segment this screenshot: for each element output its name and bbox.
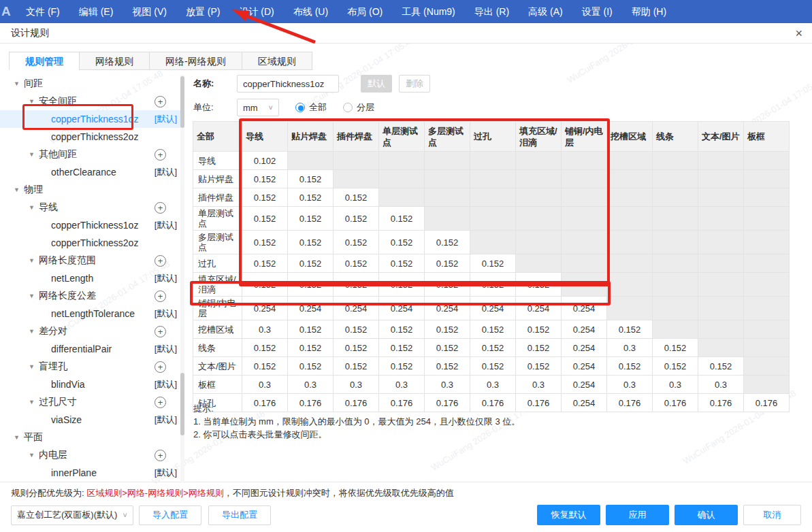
tree-scrollbar-thumb[interactable] bbox=[180, 76, 184, 128]
tree-item-netLengthTolerance[interactable]: netLengthTolerance[默认] bbox=[0, 305, 181, 322]
clearance-cell[interactable]: 0.152 bbox=[379, 339, 425, 357]
column-header-多层测试点[interactable]: 多层测试点 bbox=[425, 122, 470, 152]
chevron-down-icon[interactable]: ▼ bbox=[29, 452, 35, 459]
clearance-cell[interactable]: 0.3 bbox=[379, 376, 425, 394]
process-select[interactable]: 嘉立创工艺(双面板)(默认) ˅ bbox=[11, 505, 133, 525]
clearance-cell[interactable]: 0.152 bbox=[425, 320, 470, 339]
column-header-挖槽区域[interactable]: 挖槽区域 bbox=[607, 122, 653, 152]
clearance-cell[interactable]: 0.3 bbox=[334, 376, 379, 394]
row-header-过孔[interactable]: 过孔 bbox=[193, 254, 242, 273]
add-rule-icon[interactable]: + bbox=[155, 450, 166, 461]
menu-item[interactable]: 帮助 (H) bbox=[622, 0, 676, 23]
tree-item-netLength[interactable]: netLength[默认] bbox=[0, 269, 181, 287]
tree-scrollbar[interactable] bbox=[180, 75, 184, 483]
tree-scrollbar-thumb[interactable] bbox=[180, 373, 184, 435]
tab-网络规则[interactable]: 网络规则 bbox=[79, 52, 150, 70]
clearance-cell[interactable]: 0.152 bbox=[242, 254, 288, 273]
column-header-单层测试点[interactable]: 单层测试点 bbox=[379, 122, 425, 152]
chevron-down-icon[interactable]: ▼ bbox=[29, 293, 35, 299]
clearance-cell[interactable]: 0.152 bbox=[516, 357, 562, 376]
clearance-cell[interactable]: 0.152 bbox=[607, 320, 653, 339]
clearance-cell[interactable]: 0.3 bbox=[653, 376, 698, 394]
tab-网络-网络规则[interactable]: 网络-网络规则 bbox=[149, 52, 242, 70]
apply-button[interactable]: 应用 bbox=[606, 505, 669, 525]
clearance-cell[interactable]: 0.176 bbox=[653, 394, 698, 412]
tree-item-innerPlane[interactable]: innerPlane[默认] bbox=[0, 464, 181, 482]
clearance-cell[interactable]: 0.152 bbox=[288, 339, 334, 357]
chevron-down-icon[interactable]: ▼ bbox=[29, 399, 35, 405]
tree-group-导线[interactable]: ▼导线+ bbox=[0, 199, 181, 216]
tree-item-copperThickness2oz[interactable]: copperThickness2oz bbox=[0, 128, 181, 146]
restore-default-button[interactable]: 恢复默认 bbox=[537, 505, 600, 525]
column-header-板框[interactable]: 板框 bbox=[744, 122, 790, 152]
tree-group-内电层[interactable]: ▼内电层+ bbox=[0, 446, 181, 464]
clearance-cell[interactable]: 0.254 bbox=[425, 297, 470, 320]
clearance-cell[interactable]: 0.152 bbox=[470, 273, 516, 297]
clearance-cell[interactable]: 0.152 bbox=[470, 357, 516, 376]
clearance-cell[interactable]: 0.152 bbox=[653, 339, 698, 357]
row-header-板框[interactable]: 板框 bbox=[193, 376, 242, 394]
clearance-cell[interactable]: 0.3 bbox=[242, 320, 288, 339]
tab-区域规则[interactable]: 区域规则 bbox=[242, 52, 312, 70]
clearance-cell[interactable]: 0.3 bbox=[425, 376, 470, 394]
column-header-填充区域/泪滴[interactable]: 填充区域/泪滴 bbox=[516, 122, 562, 152]
rule-name-input[interactable] bbox=[237, 75, 339, 93]
clearance-cell[interactable]: 0.152 bbox=[516, 273, 562, 297]
add-rule-icon[interactable]: + bbox=[155, 326, 166, 337]
clearance-cell[interactable]: 0.254 bbox=[562, 376, 607, 394]
clearance-cell[interactable]: 0.152 bbox=[334, 357, 379, 376]
clearance-cell[interactable]: 0.152 bbox=[288, 254, 334, 273]
clearance-cell[interactable]: 0.152 bbox=[379, 357, 425, 376]
menu-item[interactable]: 文件 (F) bbox=[16, 0, 69, 23]
clearance-cell[interactable]: 0.254 bbox=[379, 297, 425, 320]
clearance-cell[interactable]: 0.152 bbox=[379, 273, 425, 297]
row-header-单层测试点[interactable]: 单层测试点 bbox=[193, 207, 242, 231]
menu-item[interactable]: 设计 (D) bbox=[229, 0, 283, 23]
clearance-cell[interactable]: 0.254 bbox=[562, 297, 607, 320]
menu-item[interactable]: 工具 (Num9) bbox=[392, 0, 465, 23]
clearance-cell[interactable]: 0.152 bbox=[334, 231, 379, 254]
clearance-cell[interactable]: 0.152 bbox=[242, 339, 288, 357]
clearance-cell[interactable]: 0.152 bbox=[607, 357, 653, 376]
clearance-cell[interactable]: 0.152 bbox=[242, 231, 288, 254]
clearance-cell[interactable]: 0.152 bbox=[470, 320, 516, 339]
menu-item[interactable]: 放置 (P) bbox=[176, 0, 230, 23]
clearance-cell[interactable]: 0.254 bbox=[562, 394, 607, 412]
tab-规则管理[interactable]: 规则管理 bbox=[9, 52, 80, 70]
menu-item[interactable]: 设置 (I) bbox=[572, 0, 622, 23]
radio-all[interactable]: 全部 bbox=[295, 101, 327, 114]
add-rule-icon[interactable]: + bbox=[155, 255, 166, 267]
clearance-cell[interactable]: 0.254 bbox=[242, 297, 288, 320]
chevron-down-icon[interactable]: ▼ bbox=[29, 363, 35, 370]
clearance-cell[interactable]: 0.3 bbox=[516, 376, 562, 394]
row-header-线条[interactable]: 线条 bbox=[193, 339, 242, 357]
menu-item[interactable]: 导出 (R) bbox=[465, 0, 519, 23]
clearance-cell[interactable]: 0.3 bbox=[288, 376, 334, 394]
menu-item[interactable]: 高级 (A) bbox=[519, 0, 572, 23]
clearance-cell[interactable]: 0.3 bbox=[698, 376, 744, 394]
column-header-插件焊盘[interactable]: 插件焊盘 bbox=[334, 122, 379, 152]
clearance-cell[interactable]: 0.152 bbox=[334, 320, 379, 339]
clearance-cell[interactable]: 0.3 bbox=[607, 376, 653, 394]
row-header-挖槽区域[interactable]: 挖槽区域 bbox=[193, 320, 242, 339]
clearance-cell[interactable]: 0.176 bbox=[744, 394, 790, 412]
tree-group-网络长度公差[interactable]: ▼网络长度公差+ bbox=[0, 287, 181, 305]
clearance-cell[interactable]: 0.152 bbox=[334, 207, 379, 231]
row-header-多层测试点[interactable]: 多层测试点 bbox=[193, 231, 242, 254]
row-header-导线[interactable]: 导线 bbox=[193, 152, 242, 170]
clearance-cell[interactable]: 0.176 bbox=[516, 394, 562, 412]
row-header-文本/图片[interactable]: 文本/图片 bbox=[193, 357, 242, 376]
clearance-cell[interactable]: 0.152 bbox=[425, 231, 470, 254]
clearance-cell[interactable]: 0.102 bbox=[242, 152, 288, 170]
clearance-cell[interactable]: 0.152 bbox=[334, 339, 379, 357]
tree-group-平面[interactable]: ▼平面 bbox=[0, 429, 181, 446]
column-header-文本/图片[interactable]: 文本/图片 bbox=[698, 122, 744, 152]
clearance-cell[interactable]: 0.152 bbox=[653, 357, 698, 376]
clearance-cell[interactable]: 0.152 bbox=[470, 339, 516, 357]
export-config-button[interactable]: 导出配置 bbox=[208, 505, 271, 525]
clearance-cell[interactable]: 0.176 bbox=[607, 394, 653, 412]
row-header-铺铜/内电层[interactable]: 铺铜/内电层 bbox=[193, 297, 242, 320]
clearance-cell[interactable]: 0.254 bbox=[562, 357, 607, 376]
menu-item[interactable]: 布局 (O) bbox=[338, 0, 392, 23]
close-icon[interactable]: × bbox=[795, 27, 802, 39]
